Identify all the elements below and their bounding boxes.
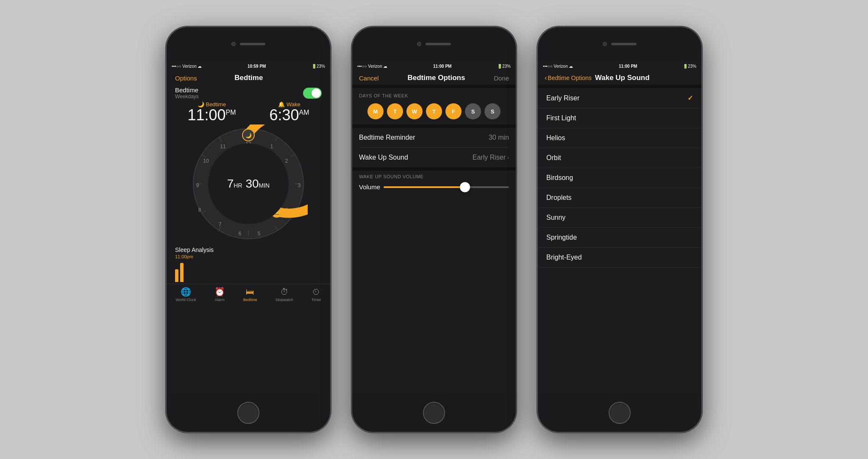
stopwatch-icon: ⏱ — [280, 287, 289, 297]
svg-text:5: 5 — [258, 231, 261, 237]
day-wednesday[interactable]: W — [406, 103, 423, 119]
status-right-1: 🔋23% — [312, 64, 325, 69]
reminder-label: Bedtime Reminder — [359, 134, 415, 141]
sound-item-droplets[interactable]: Droplets — [538, 188, 701, 208]
svg-text:8: 8 — [198, 207, 201, 213]
status-bar-2: •••○○ Verizon ☁ 11:00 PM 🔋23% — [352, 61, 516, 71]
volume-slider-thumb[interactable] — [460, 182, 470, 192]
svg-text:11: 11 — [220, 144, 226, 149]
back-button[interactable]: ‹ Bedtime Options — [545, 74, 592, 82]
cancel-button[interactable]: Cancel — [359, 75, 379, 82]
sound-item-early-riser[interactable]: Early Riser ✓ — [538, 88, 701, 108]
sound-name-orbit: Orbit — [546, 154, 561, 162]
day-saturday[interactable]: S — [465, 103, 481, 119]
tab-alarm-label: Alarm — [215, 298, 225, 302]
times-row: 🌙 Bedtime 11:00PM 🔔 Wake 6:30AM — [167, 101, 330, 123]
day-tuesday[interactable]: T — [387, 103, 403, 119]
section-divider-top — [352, 85, 516, 88]
top-bezel-1 — [167, 27, 330, 61]
wake-sound-value: Early Riser › — [473, 154, 509, 161]
svg-text:6: 6 — [239, 231, 242, 237]
wake-time-value: 6:30AM — [269, 108, 309, 123]
status-right-3: 🔋23% — [683, 64, 696, 69]
sound-name-sunny: Sunny — [546, 214, 565, 221]
phones-container: •••○○ Verizon ☁ 10:59 PM 🔋23% Options Be… — [166, 26, 702, 433]
sleep-bar-2 — [180, 263, 184, 282]
sound-item-bright-eyed[interactable]: Bright-Eyed — [538, 248, 701, 268]
svg-text:1: 1 — [270, 144, 273, 149]
svg-text:7: 7 — [219, 221, 222, 227]
bottom-bezel-3 — [538, 394, 701, 432]
sound-item-first-light[interactable]: First Light — [538, 108, 701, 128]
day-friday[interactable]: F — [445, 103, 462, 119]
tab-stopwatch[interactable]: ⏱ Stopwatch — [275, 287, 293, 302]
bedtime-toggle[interactable] — [303, 88, 322, 99]
wake-up-sound-row[interactable]: Wake Up Sound Early Riser › — [352, 148, 516, 167]
sound-item-springtide[interactable]: Springtide — [538, 228, 701, 248]
tab-timer[interactable]: ⏲ Timer — [312, 287, 321, 302]
sound-item-orbit[interactable]: Orbit — [538, 148, 701, 168]
home-button-2[interactable] — [423, 402, 445, 424]
tab-world-clock[interactable]: 🌐 World Clock — [175, 287, 196, 302]
volume-section: WAKE UP SOUND VOLUME Volume — [352, 171, 516, 196]
section-divider-p3 — [538, 85, 701, 88]
p3-title: Wake Up Sound — [595, 74, 650, 82]
tab-alarm[interactable]: ⏰ Alarm — [214, 287, 225, 302]
reminder-value: 30 min — [489, 134, 509, 141]
bedtime-reminder-row[interactable]: Bedtime Reminder 30 min — [352, 128, 516, 147]
day-thursday[interactable]: T — [426, 103, 442, 119]
wake-time-block: 🔔 Wake 6:30AM — [269, 101, 309, 123]
status-bar-1: •••○○ Verizon ☁ 10:59 PM 🔋23% — [167, 61, 330, 71]
phone-3: •••○○ Verizon ☁ 11:00 PM 🔋23% ‹ Bedtime … — [537, 26, 702, 433]
timer-icon: ⏲ — [312, 287, 320, 297]
status-time-2: 11:00 PM — [433, 64, 451, 69]
home-button-3[interactable] — [609, 402, 631, 424]
svg-text:🌙: 🌙 — [245, 132, 252, 138]
p1-title: Bedtime — [234, 74, 263, 82]
tab-stopwatch-label: Stopwatch — [275, 298, 293, 302]
svg-text:10: 10 — [203, 158, 209, 164]
day-monday[interactable]: M — [367, 103, 384, 119]
sound-item-sunny[interactable]: Sunny — [538, 208, 701, 228]
section-divider-2 — [352, 124, 516, 128]
sound-name-birdsong: Birdsong — [546, 174, 573, 182]
sleep-analysis: Sleep Analysis 11:00pm — [167, 243, 330, 284]
svg-text:3: 3 — [298, 182, 301, 188]
bedtime-icon: 🛏 — [246, 287, 254, 297]
sound-list: Early Riser ✓ First Light Helios Orbit B… — [538, 88, 701, 394]
clock-center: 7HR 30MIN — [227, 177, 270, 191]
bottom-bezel-2 — [352, 394, 516, 432]
status-left-3: •••○○ Verizon ☁ — [543, 64, 573, 69]
p2-title: Bedtime Options — [407, 74, 465, 82]
day-sunday[interactable]: S — [484, 103, 501, 119]
top-bezel-2 — [352, 27, 516, 61]
sound-name-early-riser: Early Riser — [546, 94, 579, 102]
sound-name-droplets: Droplets — [546, 194, 572, 202]
screen-2: •••○○ Verizon ☁ 11:00 PM 🔋23% Cancel Bed… — [352, 61, 516, 394]
tab-bedtime[interactable]: 🛏 Bedtime — [243, 287, 257, 302]
status-right-2: 🔋23% — [497, 64, 511, 69]
alarm-icon: ⏰ — [214, 287, 225, 297]
bedtime-row: Bedtime Weekdays — [167, 85, 330, 101]
svg-text:9: 9 — [196, 182, 199, 188]
top-bezel-3 — [538, 27, 701, 61]
bottom-bezel-1 — [167, 394, 330, 432]
done-button[interactable]: Done — [494, 75, 509, 82]
sound-item-birdsong[interactable]: Birdsong — [538, 168, 701, 188]
tab-bar: 🌐 World Clock ⏰ Alarm 🛏 Bedtime ⏱ Stopwa… — [167, 284, 330, 305]
tab-bedtime-label: Bedtime — [243, 298, 257, 302]
sound-item-helios[interactable]: Helios — [538, 128, 701, 148]
sound-name-bright-eyed: Bright-Eyed — [546, 254, 582, 261]
selected-checkmark: ✓ — [687, 94, 693, 102]
bedtime-time-block: 🌙 Bedtime 11:00PM — [187, 101, 236, 123]
home-button-1[interactable] — [237, 402, 259, 424]
clock-circle[interactable]: 12 2 3 4 5 6 7 8 9 10 11 1 — [189, 124, 308, 243]
bedtime-time-value: 11:00PM — [187, 108, 236, 123]
options-button[interactable]: Options — [175, 75, 197, 82]
sleep-bar-1 — [175, 269, 178, 282]
p3-nav: ‹ Bedtime Options Wake Up Sound — [538, 71, 701, 85]
toggle-knob — [312, 88, 321, 98]
volume-slider-track[interactable] — [384, 186, 509, 188]
world-clock-icon: 🌐 — [181, 287, 191, 297]
volume-section-label: WAKE UP SOUND VOLUME — [359, 171, 509, 183]
